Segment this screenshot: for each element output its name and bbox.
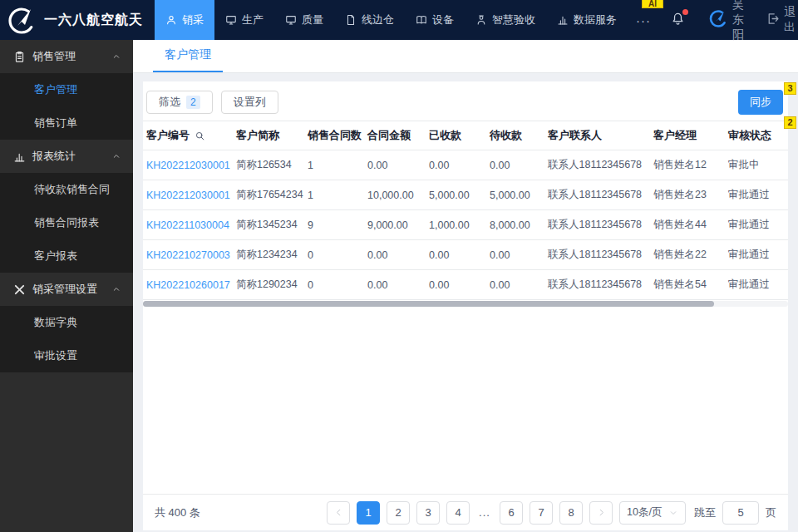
customer-id-link[interactable]: KH202210270003 <box>146 249 230 261</box>
annotation-mark-3: 3 <box>784 82 796 95</box>
sidebar-item-待收款销售合同[interactable]: 待收款销售合同 <box>0 173 133 206</box>
customer-id-link[interactable]: KH202212030001 <box>146 160 230 171</box>
column-header-合同金额: 合同金额 <box>364 128 426 143</box>
filter-label: 筛选 <box>159 95 180 110</box>
sidebar-item-审批设置[interactable]: 审批设置 <box>0 339 133 372</box>
company-logo-icon <box>6 4 37 36</box>
prev-page-button[interactable] <box>327 501 350 525</box>
table-footer: 共 400 条 1234...678 10条/页 跳至 页 <box>143 494 788 530</box>
cell-value: 销售姓名12 <box>653 158 707 172</box>
customer-id-link[interactable]: KH202212030001 <box>146 190 230 201</box>
column-header-客户联系人: 客户联系人 <box>544 128 650 143</box>
logout-icon <box>766 12 780 28</box>
avatar <box>708 8 728 32</box>
cell-value: 审批通过 <box>728 278 770 292</box>
page-button-3[interactable]: 3 <box>416 501 440 525</box>
table-cell: 审批通过 <box>725 188 786 202</box>
column-header-客户经理: 客户经理 <box>650 128 725 143</box>
main-content: 客户管理 筛选 2 设置列 同步 客户编号客户简称销售合同数合同金额已收款待收款… <box>133 40 798 532</box>
sidebar-item-客户管理[interactable]: 客户管理 <box>0 73 133 106</box>
nav-item-数据服务[interactable]: 数据服务 <box>546 0 628 40</box>
page-button-2[interactable]: 2 <box>387 501 410 525</box>
tab-customer-management[interactable]: 客户管理 <box>153 39 223 72</box>
horizontal-scrollbar-track[interactable] <box>143 301 788 307</box>
column-header-客户编号: 客户编号 <box>143 128 233 143</box>
column-header-待收款: 待收款 <box>486 128 544 143</box>
nav-item-销采[interactable]: 销采 <box>155 0 214 40</box>
customer-id-cell: KH202210260017 <box>143 279 233 291</box>
table-cell: 0.00 <box>426 160 486 171</box>
sync-label: 同步 <box>750 95 771 110</box>
horizontal-scrollbar-thumb[interactable] <box>143 301 714 307</box>
user-menu[interactable]: 吴东阳 <box>708 0 744 42</box>
notification-dot <box>682 9 688 15</box>
annotation-mark-2: 2 <box>784 116 796 129</box>
table-cell: 0.00 <box>364 160 426 171</box>
sidebar-item-label: 客户报表 <box>34 249 77 264</box>
jump-page-input[interactable] <box>722 501 759 525</box>
table-cell: 简称1290234 <box>233 278 304 292</box>
logout-button[interactable]: 退出 <box>766 5 796 35</box>
user-icon <box>165 14 177 26</box>
cell-value: 简称1345234 <box>236 218 298 232</box>
sidebar-item-数据字典[interactable]: 数据字典 <box>0 306 133 339</box>
sync-button[interactable]: 同步 <box>738 90 783 115</box>
customer-id-cell: KH202212030001 <box>143 190 233 201</box>
nav-item-label: 质量 <box>302 12 323 27</box>
sidebar-group-label: 销售管理 <box>32 49 76 64</box>
sidebar-item-客户报表[interactable]: 客户报表 <box>0 239 133 273</box>
table-cell: 联系人18112345678 <box>544 248 650 262</box>
table-cell: 简称126534 <box>233 158 304 172</box>
nav-item-label: 数据服务 <box>574 12 617 27</box>
notification-bell-button[interactable] <box>663 12 693 29</box>
customer-id-link[interactable]: KH202210260017 <box>146 279 230 291</box>
page-button-8[interactable]: 8 <box>559 501 583 525</box>
page-button-7[interactable]: 7 <box>530 501 553 525</box>
cell-value: 简称1234234 <box>236 248 298 262</box>
table-cell: 销售姓名23 <box>650 188 725 202</box>
more-menu-button[interactable]: ··· <box>628 13 659 27</box>
tools-icon <box>13 283 26 296</box>
chevron-up-icon <box>111 52 121 62</box>
sidebar-group-报表统计[interactable]: 报表统计 <box>0 140 133 173</box>
page-size-select[interactable]: 10条/页 <box>619 501 686 525</box>
table-cell: 销售姓名22 <box>650 248 725 262</box>
table-cell: 0.00 <box>426 279 486 291</box>
cell-value: 审批通过 <box>728 218 770 232</box>
table-cell: 1,000.00 <box>426 219 486 231</box>
cell-value: 联系人18112345678 <box>548 248 642 262</box>
sidebar-group-销售管理[interactable]: 销售管理 <box>0 40 133 73</box>
nav-item-生产[interactable]: 生产 <box>214 0 274 40</box>
page-button-1[interactable]: 1 <box>357 501 380 525</box>
page-size-value: 10条/页 <box>627 505 662 520</box>
customer-id-link[interactable]: KH202211030004 <box>146 219 229 231</box>
table-cell: 销售姓名12 <box>650 158 725 172</box>
search-icon[interactable] <box>195 131 205 141</box>
filter-button[interactable]: 筛选 2 <box>146 91 213 114</box>
nav-item-质量[interactable]: 质量 <box>274 0 334 40</box>
table-cell: 简称17654234 <box>233 188 304 202</box>
cell-value: 简称17654234 <box>236 188 303 202</box>
customer-id-cell: KH202210270003 <box>143 249 233 261</box>
cell-value: 销售姓名22 <box>653 248 707 262</box>
next-page-button[interactable] <box>589 501 613 525</box>
sidebar-item-销售订单[interactable]: 销售订单 <box>0 106 133 140</box>
cell-value: 0 <box>308 249 313 261</box>
page-button-6[interactable]: 6 <box>500 501 523 525</box>
cell-value: 8,000.00 <box>490 219 530 231</box>
table-cell: 0.00 <box>364 279 426 291</box>
nav-item-智慧验收[interactable]: 智慧验收 <box>465 0 546 40</box>
sidebar-group-销采管理设置[interactable]: 销采管理设置 <box>0 273 133 306</box>
column-settings-button[interactable]: 设置列 <box>221 91 278 114</box>
cell-value: 审批通过 <box>728 188 770 202</box>
column-header-label: 客户经理 <box>653 128 697 143</box>
column-header-label: 客户编号 <box>146 128 190 143</box>
column-header-已收款: 已收款 <box>426 128 486 143</box>
nav-item-线边仓[interactable]: 线边仓 <box>334 0 405 40</box>
table-cell: 0.00 <box>364 249 426 261</box>
sidebar-item-销售合同报表[interactable]: 销售合同报表 <box>0 206 133 239</box>
nav-item-设备[interactable]: 设备 <box>405 0 465 40</box>
table-cell: 0.00 <box>486 160 544 171</box>
table-cell: 审批中 <box>725 158 786 172</box>
page-button-4[interactable]: 4 <box>446 501 470 525</box>
